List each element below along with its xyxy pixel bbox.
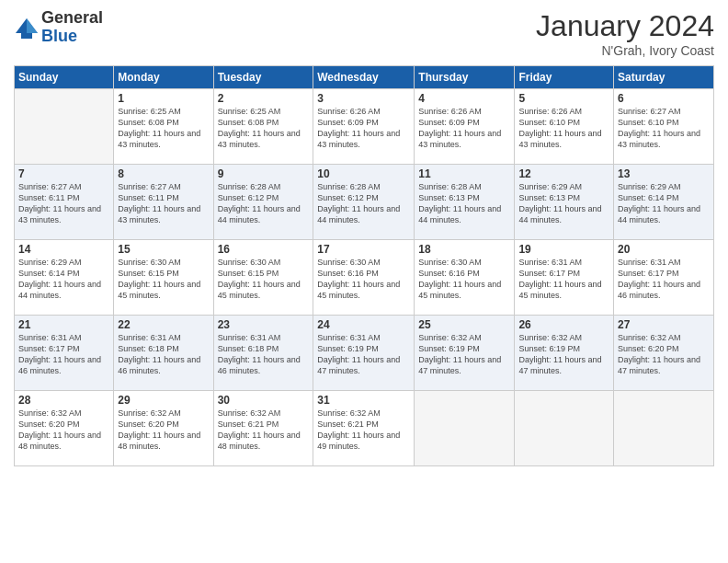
day-info: Sunrise: 6:31 AM Sunset: 6:17 PM Dayligh… bbox=[18, 332, 109, 377]
table-row bbox=[515, 391, 614, 466]
day-number: 26 bbox=[518, 318, 609, 331]
day-info: Sunrise: 6:32 AM Sunset: 6:21 PM Dayligh… bbox=[317, 408, 410, 453]
day-number: 17 bbox=[317, 243, 410, 256]
calendar-body: 1Sunrise: 6:25 AM Sunset: 6:08 PM Daylig… bbox=[15, 89, 714, 466]
table-row: 8Sunrise: 6:27 AM Sunset: 6:11 PM Daylig… bbox=[114, 165, 213, 240]
day-number: 29 bbox=[118, 394, 209, 407]
table-row: 14Sunrise: 6:29 AM Sunset: 6:14 PM Dayli… bbox=[15, 240, 114, 316]
day-number: 15 bbox=[118, 243, 209, 256]
day-number: 12 bbox=[518, 167, 609, 180]
table-row: 5Sunrise: 6:26 AM Sunset: 6:10 PM Daylig… bbox=[515, 89, 614, 165]
table-row bbox=[415, 391, 515, 466]
table-row: 28Sunrise: 6:32 AM Sunset: 6:20 PM Dayli… bbox=[15, 391, 114, 466]
day-number: 4 bbox=[418, 92, 510, 105]
calendar-week-row: 7Sunrise: 6:27 AM Sunset: 6:11 PM Daylig… bbox=[15, 165, 714, 240]
day-number: 2 bbox=[218, 92, 310, 105]
table-row: 3Sunrise: 6:26 AM Sunset: 6:09 PM Daylig… bbox=[313, 89, 415, 165]
month-title: January 2024 bbox=[536, 9, 714, 43]
day-info: Sunrise: 6:30 AM Sunset: 6:16 PM Dayligh… bbox=[418, 257, 510, 302]
table-row: 17Sunrise: 6:30 AM Sunset: 6:16 PM Dayli… bbox=[313, 240, 415, 316]
calendar-week-row: 1Sunrise: 6:25 AM Sunset: 6:08 PM Daylig… bbox=[15, 89, 714, 165]
day-number: 25 bbox=[418, 318, 510, 331]
header: General Blue January 2024 N'Grah, Ivory … bbox=[14, 9, 714, 58]
day-info: Sunrise: 6:29 AM Sunset: 6:13 PM Dayligh… bbox=[518, 181, 609, 226]
day-info: Sunrise: 6:25 AM Sunset: 6:08 PM Dayligh… bbox=[118, 106, 209, 151]
day-info: Sunrise: 6:30 AM Sunset: 6:15 PM Dayligh… bbox=[118, 257, 209, 302]
day-info: Sunrise: 6:28 AM Sunset: 6:12 PM Dayligh… bbox=[317, 181, 410, 226]
table-row: 19Sunrise: 6:31 AM Sunset: 6:17 PM Dayli… bbox=[515, 240, 614, 316]
header-monday: Monday bbox=[114, 66, 213, 89]
day-number: 18 bbox=[418, 243, 510, 256]
table-row: 10Sunrise: 6:28 AM Sunset: 6:12 PM Dayli… bbox=[313, 165, 415, 240]
table-row: 20Sunrise: 6:31 AM Sunset: 6:17 PM Dayli… bbox=[614, 240, 714, 316]
logo-text: General Blue bbox=[41, 9, 103, 46]
calendar-table: Sunday Monday Tuesday Wednesday Thursday… bbox=[14, 65, 714, 466]
table-row: 29Sunrise: 6:32 AM Sunset: 6:20 PM Dayli… bbox=[114, 391, 213, 466]
day-number: 27 bbox=[618, 318, 710, 331]
day-info: Sunrise: 6:30 AM Sunset: 6:16 PM Dayligh… bbox=[317, 257, 410, 302]
day-number: 11 bbox=[418, 167, 510, 180]
table-row bbox=[614, 391, 714, 466]
day-info: Sunrise: 6:27 AM Sunset: 6:10 PM Dayligh… bbox=[618, 106, 710, 151]
calendar-week-row: 28Sunrise: 6:32 AM Sunset: 6:20 PM Dayli… bbox=[15, 391, 714, 466]
table-row: 24Sunrise: 6:31 AM Sunset: 6:19 PM Dayli… bbox=[313, 316, 415, 391]
day-info: Sunrise: 6:27 AM Sunset: 6:11 PM Dayligh… bbox=[118, 181, 209, 226]
table-row: 27Sunrise: 6:32 AM Sunset: 6:20 PM Dayli… bbox=[614, 316, 714, 391]
day-number: 14 bbox=[18, 243, 109, 256]
day-number: 24 bbox=[317, 318, 410, 331]
day-info: Sunrise: 6:32 AM Sunset: 6:20 PM Dayligh… bbox=[18, 408, 109, 453]
table-row: 7Sunrise: 6:27 AM Sunset: 6:11 PM Daylig… bbox=[15, 165, 114, 240]
svg-marker-1 bbox=[27, 18, 38, 33]
logo-blue-text: Blue bbox=[41, 28, 103, 46]
table-row: 12Sunrise: 6:29 AM Sunset: 6:13 PM Dayli… bbox=[515, 165, 614, 240]
day-number: 16 bbox=[218, 243, 310, 256]
logo-icon bbox=[14, 15, 40, 40]
day-number: 31 bbox=[317, 394, 410, 407]
table-row: 31Sunrise: 6:32 AM Sunset: 6:21 PM Dayli… bbox=[313, 391, 415, 466]
table-row: 4Sunrise: 6:26 AM Sunset: 6:09 PM Daylig… bbox=[415, 89, 515, 165]
day-info: Sunrise: 6:31 AM Sunset: 6:17 PM Dayligh… bbox=[518, 257, 609, 302]
day-info: Sunrise: 6:31 AM Sunset: 6:17 PM Dayligh… bbox=[618, 257, 710, 302]
day-info: Sunrise: 6:28 AM Sunset: 6:13 PM Dayligh… bbox=[418, 181, 510, 226]
title-area: January 2024 N'Grah, Ivory Coast bbox=[536, 9, 714, 58]
day-number: 13 bbox=[618, 167, 710, 180]
day-info: Sunrise: 6:30 AM Sunset: 6:15 PM Dayligh… bbox=[218, 257, 310, 302]
table-row: 16Sunrise: 6:30 AM Sunset: 6:15 PM Dayli… bbox=[213, 240, 313, 316]
logo: General Blue bbox=[14, 9, 103, 46]
day-number: 19 bbox=[518, 243, 609, 256]
day-info: Sunrise: 6:32 AM Sunset: 6:20 PM Dayligh… bbox=[118, 408, 209, 453]
day-number: 30 bbox=[218, 394, 310, 407]
header-wednesday: Wednesday bbox=[313, 66, 415, 89]
logo-general-text: General bbox=[41, 9, 103, 28]
day-info: Sunrise: 6:26 AM Sunset: 6:09 PM Dayligh… bbox=[418, 106, 510, 151]
day-info: Sunrise: 6:31 AM Sunset: 6:18 PM Dayligh… bbox=[118, 332, 209, 377]
table-row: 9Sunrise: 6:28 AM Sunset: 6:12 PM Daylig… bbox=[213, 165, 313, 240]
table-row: 6Sunrise: 6:27 AM Sunset: 6:10 PM Daylig… bbox=[614, 89, 714, 165]
day-info: Sunrise: 6:31 AM Sunset: 6:18 PM Dayligh… bbox=[218, 332, 310, 377]
day-info: Sunrise: 6:26 AM Sunset: 6:09 PM Dayligh… bbox=[317, 106, 410, 151]
header-friday: Friday bbox=[515, 66, 614, 89]
table-row: 30Sunrise: 6:32 AM Sunset: 6:21 PM Dayli… bbox=[213, 391, 313, 466]
day-number: 3 bbox=[317, 92, 410, 105]
location: N'Grah, Ivory Coast bbox=[536, 43, 714, 58]
table-row: 23Sunrise: 6:31 AM Sunset: 6:18 PM Dayli… bbox=[213, 316, 313, 391]
calendar-header: Sunday Monday Tuesday Wednesday Thursday… bbox=[15, 66, 714, 89]
day-info: Sunrise: 6:29 AM Sunset: 6:14 PM Dayligh… bbox=[18, 257, 109, 302]
day-info: Sunrise: 6:28 AM Sunset: 6:12 PM Dayligh… bbox=[218, 181, 310, 226]
day-number: 21 bbox=[18, 318, 109, 331]
table-row: 21Sunrise: 6:31 AM Sunset: 6:17 PM Dayli… bbox=[15, 316, 114, 391]
table-row: 13Sunrise: 6:29 AM Sunset: 6:14 PM Dayli… bbox=[614, 165, 714, 240]
day-number: 20 bbox=[618, 243, 710, 256]
header-thursday: Thursday bbox=[415, 66, 515, 89]
day-info: Sunrise: 6:29 AM Sunset: 6:14 PM Dayligh… bbox=[618, 181, 710, 226]
table-row: 18Sunrise: 6:30 AM Sunset: 6:16 PM Dayli… bbox=[415, 240, 515, 316]
day-number: 9 bbox=[218, 167, 310, 180]
table-row bbox=[15, 89, 114, 165]
day-number: 22 bbox=[118, 318, 209, 331]
table-row: 2Sunrise: 6:25 AM Sunset: 6:08 PM Daylig… bbox=[213, 89, 313, 165]
day-info: Sunrise: 6:27 AM Sunset: 6:11 PM Dayligh… bbox=[18, 181, 109, 226]
header-sunday: Sunday bbox=[15, 66, 114, 89]
calendar-week-row: 21Sunrise: 6:31 AM Sunset: 6:17 PM Dayli… bbox=[15, 316, 714, 391]
table-row: 22Sunrise: 6:31 AM Sunset: 6:18 PM Dayli… bbox=[114, 316, 213, 391]
header-saturday: Saturday bbox=[614, 66, 714, 89]
